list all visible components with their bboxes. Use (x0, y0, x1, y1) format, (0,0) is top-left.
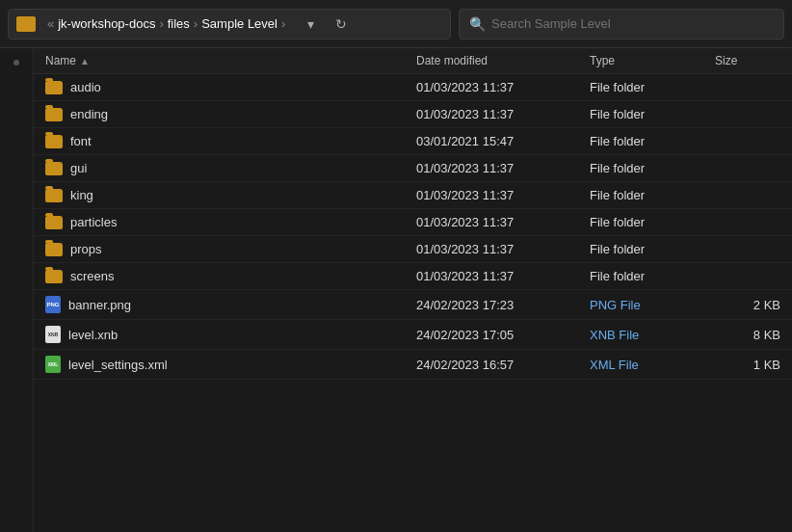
table-row[interactable]: props 01/03/2023 11:37 File folder (34, 236, 792, 263)
file-area: Name ▲ Date modified Type Size audio 01/… (34, 48, 792, 532)
breadcrumb: « jk-workshop-docs › files › Sample Leve… (43, 16, 289, 31)
file-type: XNB File (590, 328, 715, 342)
file-name: ending (70, 107, 108, 121)
file-date: 01/03/2023 11:37 (416, 269, 590, 283)
folder-icon (45, 243, 63, 256)
main-layout: Name ▲ Date modified Type Size audio 01/… (0, 48, 792, 532)
file-name: level.xnb (68, 328, 118, 342)
table-row[interactable]: XML level_settings.xml 24/02/2023 16:57 … (34, 350, 792, 380)
folder-icon (45, 270, 63, 283)
file-name-cell: props (45, 242, 416, 256)
file-size: 2 KB (715, 298, 792, 312)
file-name-cell: ending (45, 107, 416, 121)
folder-icon (45, 81, 63, 94)
folder-icon (45, 135, 63, 148)
file-type: File folder (590, 134, 715, 148)
file-name: font (70, 134, 92, 148)
breadcrumb-part-0[interactable]: jk-workshop-docs (58, 16, 155, 31)
file-date: 01/03/2023 11:37 (416, 215, 590, 229)
file-name: king (70, 188, 93, 202)
xml-file-icon: XML (45, 356, 61, 373)
sidebar-dot (13, 60, 19, 66)
file-name-cell: font (45, 134, 416, 148)
file-list: audio 01/03/2023 11:37 File folder endin… (34, 74, 792, 532)
file-name-cell: particles (45, 215, 416, 229)
table-row[interactable]: ending 01/03/2023 11:37 File folder (34, 101, 792, 128)
table-row[interactable]: XNB level.xnb 24/02/2023 17:05 XNB File … (34, 320, 792, 350)
file-type: PNG File (590, 298, 715, 312)
folder-icon (16, 16, 36, 32)
breadcrumb-sep-2: › (194, 16, 198, 31)
breadcrumb-dropdown-button[interactable]: ▾ (297, 11, 324, 38)
file-name-cell: audio (45, 80, 416, 94)
file-type: XML File (590, 358, 715, 372)
file-name-cell: PNG banner.png (45, 296, 416, 313)
file-date: 01/03/2023 11:37 (416, 161, 590, 175)
file-name: props (70, 242, 102, 256)
col-header-date[interactable]: Date modified (416, 54, 590, 67)
file-size: 8 KB (715, 328, 792, 342)
col-name-label: Name (45, 54, 76, 67)
file-date: 24/02/2023 17:05 (416, 328, 590, 342)
breadcrumb-actions: ▾ ↻ (297, 11, 355, 38)
file-name: screens (70, 269, 115, 283)
file-size: 1 KB (715, 358, 792, 372)
file-date: 24/02/2023 16:57 (416, 358, 590, 372)
file-type: File folder (590, 80, 715, 94)
xnb-file-icon: XNB (45, 326, 61, 343)
refresh-button[interactable]: ↻ (328, 11, 355, 38)
breadcrumb-part-2[interactable]: Sample Level (201, 16, 277, 31)
table-row[interactable]: king 01/03/2023 11:37 File folder (34, 182, 792, 209)
table-row[interactable]: gui 01/03/2023 11:37 File folder (34, 155, 792, 182)
file-name: banner.png (68, 298, 131, 312)
file-type: File folder (590, 107, 715, 121)
file-type: File folder (590, 242, 715, 256)
file-name: particles (70, 215, 117, 229)
file-type: File folder (590, 269, 715, 283)
file-name-cell: king (45, 188, 416, 202)
col-header-size[interactable]: Size (715, 54, 792, 67)
file-date: 01/03/2023 11:37 (416, 80, 590, 94)
table-row[interactable]: font 03/01/2021 15:47 File folder (34, 128, 792, 155)
top-bar: « jk-workshop-docs › files › Sample Leve… (0, 0, 792, 48)
folder-icon (45, 216, 63, 229)
col-header-name[interactable]: Name ▲ (45, 54, 416, 67)
search-input[interactable] (491, 16, 774, 31)
breadcrumb-sep-1: › (159, 16, 163, 31)
file-name: gui (70, 161, 87, 175)
folder-icon (45, 189, 63, 202)
folder-icon (45, 162, 63, 175)
file-name: level_settings.xml (68, 358, 168, 372)
file-date: 01/03/2023 11:37 (416, 242, 590, 256)
search-icon: 🔍 (469, 16, 486, 32)
file-name-cell: screens (45, 269, 416, 283)
file-name-cell: gui (45, 161, 416, 175)
file-type: File folder (590, 161, 715, 175)
sort-arrow-icon: ▲ (80, 56, 90, 66)
column-headers: Name ▲ Date modified Type Size (34, 48, 792, 74)
table-row[interactable]: screens 01/03/2023 11:37 File folder (34, 263, 792, 290)
table-row[interactable]: particles 01/03/2023 11:37 File folder (34, 209, 792, 236)
file-type: File folder (590, 188, 715, 202)
file-date: 03/01/2021 15:47 (416, 134, 590, 148)
breadcrumb-sep-0: « (47, 16, 54, 31)
breadcrumb-area[interactable]: « jk-workshop-docs › files › Sample Leve… (8, 9, 451, 40)
file-date: 01/03/2023 11:37 (416, 107, 590, 121)
table-row[interactable]: audio 01/03/2023 11:37 File folder (34, 74, 792, 101)
folder-icon (45, 108, 63, 121)
file-date: 01/03/2023 11:37 (416, 188, 590, 202)
search-area[interactable]: 🔍 (459, 9, 784, 40)
breadcrumb-part-1[interactable]: files (168, 16, 190, 31)
table-row[interactable]: PNG banner.png 24/02/2023 17:23 PNG File… (34, 290, 792, 320)
file-type: File folder (590, 215, 715, 229)
col-header-type[interactable]: Type (590, 54, 715, 67)
file-date: 24/02/2023 17:23 (416, 298, 590, 312)
file-name-cell: XNB level.xnb (45, 326, 416, 343)
file-name: audio (70, 80, 101, 94)
file-name-cell: XML level_settings.xml (45, 356, 416, 373)
png-file-icon: PNG (45, 296, 61, 313)
sidebar (0, 48, 34, 532)
breadcrumb-sep-3: › (281, 16, 285, 31)
